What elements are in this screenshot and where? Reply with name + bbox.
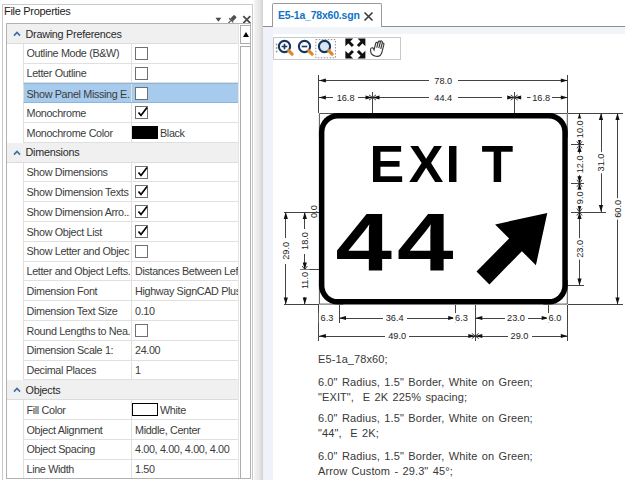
svg-text:12.0: 12.0 <box>575 155 585 173</box>
svg-text:16.8: 16.8 <box>337 93 355 103</box>
svg-text:23.0: 23.0 <box>507 313 525 323</box>
svg-text:T: T <box>481 135 513 193</box>
svg-text:6.0: 6.0 <box>549 313 562 323</box>
svg-text:31.0: 31.0 <box>596 154 606 172</box>
svg-text:10.0: 10.0 <box>575 120 585 138</box>
svg-text:29.0: 29.0 <box>511 331 529 341</box>
svg-text:23.0: 23.0 <box>575 240 585 258</box>
svg-text:29.0: 29.0 <box>281 242 291 260</box>
svg-text:36.4: 36.4 <box>386 313 404 323</box>
svg-text:6.3: 6.3 <box>455 313 468 323</box>
svg-text:6.3: 6.3 <box>321 313 334 323</box>
svg-text:16.8: 16.8 <box>532 93 550 103</box>
svg-text:18.0: 18.0 <box>300 232 310 250</box>
svg-text:49.0: 49.0 <box>388 331 406 341</box>
svg-text:9.0: 9.0 <box>575 191 585 204</box>
svg-text:44: 44 <box>336 196 459 287</box>
svg-text:44.4: 44.4 <box>434 93 452 103</box>
svg-text:60.0: 60.0 <box>613 200 623 218</box>
svg-text:11.0: 11.0 <box>300 272 310 289</box>
svg-text:E: E <box>370 135 405 193</box>
svg-text:0.0: 0.0 <box>309 205 319 218</box>
svg-text:X: X <box>409 135 444 193</box>
svg-text:I: I <box>446 135 460 193</box>
svg-text:78.0: 78.0 <box>434 76 452 86</box>
